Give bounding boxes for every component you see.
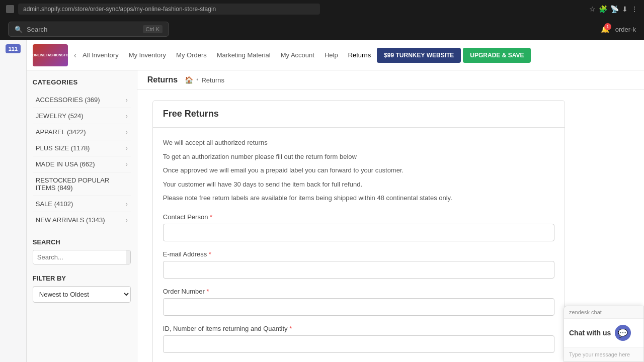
app-container: 111 MYONLINEFASHIONSTORE ‹ All Inventory… xyxy=(0,40,644,362)
store-nav-links: All Inventory My Inventory My Orders Mar… xyxy=(78,48,638,63)
contact-person-label: Contact Person * xyxy=(163,213,554,221)
home-icon[interactable]: 🏠 xyxy=(185,76,193,84)
categories-title: CATEGORIES xyxy=(33,78,131,86)
filter-select[interactable]: Newest to Oldest Oldest to Newest Price:… xyxy=(33,286,131,303)
chat-title: Chat with us xyxy=(569,329,611,337)
store-section: MYONLINEFASHIONSTORE ‹ All Inventory My … xyxy=(27,40,644,362)
admin-search[interactable]: 🔍 Search Ctrl K xyxy=(8,22,169,37)
browser-bar: admin.shopify.com/store/order-sync/apps/… xyxy=(0,0,644,18)
order-number-label: Order Number * xyxy=(163,288,554,295)
nav-my-account[interactable]: My Account xyxy=(277,48,318,62)
chat-input-area[interactable]: Type your message here xyxy=(564,347,643,361)
returns-description: We will accept all authorized returns To… xyxy=(163,138,554,203)
chevron-icon: › xyxy=(126,145,128,152)
page-title: Returns xyxy=(147,75,178,84)
search-button[interactable]: 🔍 xyxy=(126,250,131,264)
chevron-icon: › xyxy=(126,113,128,120)
search-input-wrap: 🔍 xyxy=(33,250,131,264)
desc-line-2: To get an authorization number please fi… xyxy=(163,152,554,162)
browser-favicon xyxy=(6,5,14,13)
returns-card-header: Free Returns xyxy=(153,101,565,128)
main-content: CATEGORIES ACCESSORIES (369) › JEWELRY (… xyxy=(27,70,644,362)
contact-person-input[interactable] xyxy=(163,224,554,241)
category-apparel-label: APPAREL (3422) xyxy=(36,128,86,136)
category-jewelry-label: JEWELRY (524) xyxy=(36,112,84,120)
returns-card-title: Free Returns xyxy=(163,109,554,119)
browser-url[interactable]: admin.shopify.com/store/order-sync/apps/… xyxy=(18,4,320,15)
left-panel: 111 xyxy=(0,40,27,362)
nav-help[interactable]: Help xyxy=(320,48,342,62)
chevron-icon: › xyxy=(126,201,128,208)
returns-card: Free Returns We will accept all authoriz… xyxy=(152,100,565,362)
search-shortcut: Ctrl K xyxy=(143,25,163,33)
email-address-label: E-mail Address * xyxy=(163,250,554,258)
category-made-in-usa-label: MADE IN USA (662) xyxy=(36,160,95,168)
nav-all-inventory[interactable]: All Inventory xyxy=(78,48,123,62)
category-apparel[interactable]: APPAREL (3422) › xyxy=(33,124,131,140)
chat-widget[interactable]: zendesk chat Chat with us 💬 Type your me… xyxy=(564,306,644,362)
nav-my-orders[interactable]: My Orders xyxy=(172,48,211,62)
category-sale-label: SALE (4102) xyxy=(36,200,73,208)
category-jewelry[interactable]: JEWELRY (524) › xyxy=(33,108,131,124)
cast-icon[interactable]: 📡 xyxy=(610,5,619,13)
required-star: * xyxy=(209,250,211,258)
email-address-group: E-mail Address * xyxy=(163,250,554,279)
search-label: Search xyxy=(27,26,47,33)
items-returning-group: ID, Number of items returning and Quanti… xyxy=(163,325,554,353)
nav-my-inventory[interactable]: My Inventory xyxy=(125,48,170,62)
turnkey-button[interactable]: $99 TURNKEY WEBSITE xyxy=(377,48,461,63)
nav-arrow[interactable]: ‹ xyxy=(72,49,78,62)
store-header: MYONLINEFASHIONSTORE ‹ All Inventory My … xyxy=(27,40,644,70)
required-star: * xyxy=(206,288,209,295)
chat-bubble-icon: 💬 xyxy=(618,328,628,338)
category-new-arrivals-label: NEW ARRIVALS (1343) xyxy=(36,216,105,224)
nav-badge: 111 xyxy=(6,44,21,53)
desc-line-5: Please note free return labels are avail… xyxy=(163,193,554,203)
browser-actions: ☆ 🧩 📡 ⬇ ⋮ xyxy=(589,5,638,13)
category-accessories-label: ACCESSORIES (369) xyxy=(36,96,100,104)
upgrade-button[interactable]: UPGRADE & SAVE xyxy=(463,48,531,63)
search-icon: 🔍 xyxy=(15,26,23,33)
category-restocked[interactable]: RESTOCKED POPULAR ITEMS (849) xyxy=(33,172,131,196)
nav-returns[interactable]: Returns xyxy=(344,48,375,62)
order-number-group: Order Number * xyxy=(163,288,554,316)
desc-line-4: Your customer will have 30 days to send … xyxy=(163,179,554,190)
required-star: * xyxy=(289,325,292,332)
admin-user[interactable]: order-k xyxy=(615,26,636,33)
bookmark-icon[interactable]: ☆ xyxy=(589,5,596,13)
admin-bar: 🔍 Search Ctrl K 🔔 1 order-k xyxy=(0,18,644,40)
extensions-icon[interactable]: 🧩 xyxy=(599,5,607,13)
category-sale[interactable]: SALE (4102) › xyxy=(33,196,131,212)
notifications-button[interactable]: 🔔 1 xyxy=(601,25,609,33)
chevron-icon: › xyxy=(126,129,128,136)
menu-icon[interactable]: ⋮ xyxy=(631,5,638,13)
items-returning-label: ID, Number of items returning and Quanti… xyxy=(163,325,554,332)
category-made-in-usa[interactable]: MADE IN USA (662) › xyxy=(33,156,131,172)
sidebar: CATEGORIES ACCESSORIES (369) › JEWELRY (… xyxy=(27,70,137,362)
category-plus-size-label: PLUS SIZE (1178) xyxy=(36,144,90,152)
email-address-input[interactable] xyxy=(163,261,554,279)
chat-header: zendesk chat xyxy=(564,306,643,319)
chevron-icon: › xyxy=(126,97,128,104)
download-icon[interactable]: ⬇ xyxy=(622,5,628,13)
items-returning-input[interactable] xyxy=(163,335,554,353)
nav-marketing-material[interactable]: Marketing Material xyxy=(213,48,275,62)
required-star: * xyxy=(210,213,212,221)
search-input[interactable] xyxy=(33,250,126,264)
order-number-input[interactable] xyxy=(163,298,554,316)
category-accessories[interactable]: ACCESSORIES (369) › xyxy=(33,92,131,108)
search-section: SEARCH 🔍 xyxy=(33,238,131,264)
breadcrumb-current: Returns xyxy=(201,76,224,84)
desc-line-3: Once approved we will email you a prepai… xyxy=(163,165,554,175)
chevron-icon: › xyxy=(126,217,128,224)
returns-card-body: We will accept all authorized returns To… xyxy=(153,128,565,362)
chat-icon: 💬 xyxy=(615,325,631,341)
category-plus-size[interactable]: PLUS SIZE (1178) › xyxy=(33,140,131,156)
chevron-icon: › xyxy=(126,161,128,168)
breadcrumb-separator: • xyxy=(196,76,198,83)
desc-line-1: We will accept all authorized returns xyxy=(163,138,554,148)
category-new-arrivals[interactable]: NEW ARRIVALS (1343) › xyxy=(33,212,131,228)
category-restocked-label: RESTOCKED POPULAR ITEMS (849) xyxy=(36,176,128,192)
notification-badge: 1 xyxy=(604,23,611,30)
filter-title: FILTER BY xyxy=(33,275,131,282)
